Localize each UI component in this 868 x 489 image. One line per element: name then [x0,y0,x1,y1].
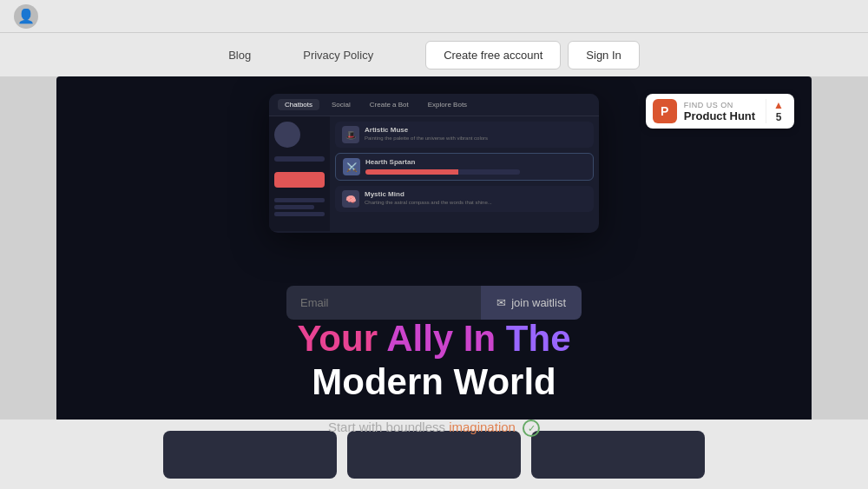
join-label: join waitlist [511,296,566,309]
blog-link[interactable]: Blog [228,49,251,62]
word-ally: Ally [386,318,453,359]
sidebar-item-preview [274,156,325,162]
bot-info-mystic: Mystic Mind Charting the astral compass … [365,190,587,207]
bot-name-mystic: Mystic Mind [365,190,587,198]
navbar-actions: Create free account Sign In [425,41,640,69]
tab-social[interactable]: Social [325,99,358,110]
sidebar-avatar [274,122,300,148]
bot-icon-mystic: 🧠 [342,190,359,208]
product-hunt-badge[interactable]: P FIND US ON Product Hunt ▲ 5 [646,94,794,129]
avatar: 👤 [14,4,38,29]
bot-card-mystic-mind[interactable]: 🧠 Mystic Mind Charting the astral compas… [335,186,594,212]
subtitle-highlight: imagination [449,420,516,434]
product-hunt-score: ▲ 5 [766,99,784,123]
upvote-count: 5 [776,111,782,123]
find-us-on-label: FIND US ON [684,101,755,109]
word-in: In [464,318,496,359]
bot-desc-artistic: Painting the palette of the universe wit… [365,135,587,142]
join-waitlist-button[interactable]: ✉ join waitlist [481,286,582,320]
envelope-icon: ✉ [496,296,506,309]
bottom-card-3 [531,431,705,479]
sidebar-lines [274,198,325,216]
subtitle-prefix: Start with boundless [328,420,445,434]
avatar-icon: 👤 [17,8,35,24]
bot-action-bar [365,169,520,175]
hero-subtitle: Start with boundless imagination ✓ [328,420,540,437]
cta-section: ✉ join waitlist [286,286,582,320]
title-line2: Modern World [217,362,651,402]
bot-desc-mystic: Charting the astral compass and the word… [365,200,587,207]
bot-card-artistic-muse[interactable]: 🎩 Artistic Muse Painting the palette of … [335,122,594,148]
upvote-arrow-icon: ▲ [773,99,784,111]
privacy-link[interactable]: Privacy Policy [303,49,373,62]
bot-card-hearth-spartan[interactable]: ⚔️ Hearth Spartan [335,153,594,181]
bottom-card-1 [163,431,337,479]
product-hunt-text: FIND US ON Product Hunt [684,101,755,122]
bot-icon-hearth: ⚔️ [343,158,360,175]
sidebar-action-button[interactable] [274,172,325,188]
app-body: 🎩 Artistic Muse Painting the palette of … [269,116,599,231]
title-line1: Your Ally In The [217,319,651,359]
bot-info-hearth: Hearth Spartan [365,158,586,175]
app-tabs: Chatbots Social Create a Bot Explore Bot… [269,94,599,116]
browser-area: Blog Privacy Policy Create free account … [0,33,868,489]
os-bar: 👤 [0,0,868,33]
sidebar-line [274,205,314,209]
tab-create-bot[interactable]: Create a Bot [363,99,416,110]
sign-in-button[interactable]: Sign In [568,41,639,69]
tab-chatbots[interactable]: Chatbots [278,99,319,110]
check-circle-icon: ✓ [523,420,540,437]
product-hunt-name: Product Hunt [684,109,755,122]
word-the: The [506,318,571,359]
tab-explore-bots[interactable]: Explore Bots [421,99,474,110]
hero-title: Your Ally In The Modern World [217,319,651,402]
create-account-button[interactable]: Create free account [425,41,561,69]
bot-icon-artistic: 🎩 [342,126,359,143]
bot-info-artistic: Artistic Muse Painting the palette of th… [365,126,587,142]
app-main-content: 🎩 Artistic Muse Painting the palette of … [330,116,599,231]
product-hunt-logo: P [653,99,677,123]
app-preview: Chatbots Social Create a Bot Explore Bot… [269,94,599,233]
navbar: Blog Privacy Policy Create free account … [0,33,868,76]
sidebar-line [274,212,325,216]
word-your: Your [297,318,378,359]
email-input[interactable] [286,286,481,320]
bot-name-artistic: Artistic Muse [365,126,587,134]
bottom-card-2 [347,431,521,479]
app-sidebar [269,116,330,231]
sidebar-line [274,198,325,202]
bot-name-hearth: Hearth Spartan [365,158,586,166]
